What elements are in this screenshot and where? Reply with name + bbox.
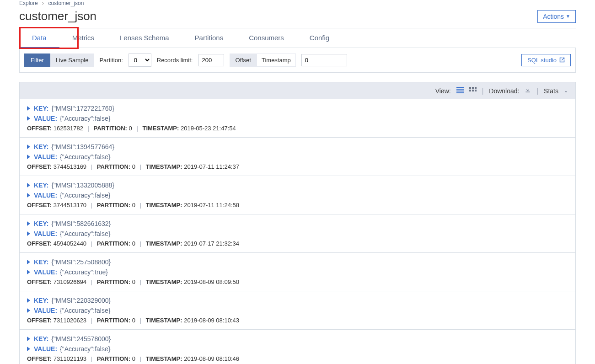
svg-rect-3 bbox=[456, 92, 464, 93]
value-label: VALUE: bbox=[34, 153, 57, 161]
toolbar: Filter Live Sample Partition: 0 Records … bbox=[19, 48, 576, 73]
value-value: {"Accuracy":false} bbox=[60, 345, 110, 353]
expand-icon[interactable] bbox=[27, 155, 30, 159]
stats-button[interactable]: Stats bbox=[544, 87, 558, 95]
tab-metrics[interactable]: Metrics bbox=[59, 28, 107, 48]
value-value: {"Accuracy":false} bbox=[60, 115, 110, 122]
value-label: VALUE: bbox=[34, 345, 57, 353]
key-value: {"MMSI":1727221760} bbox=[51, 105, 114, 112]
key-value: {"MMSI":1332005888} bbox=[51, 182, 114, 189]
expand-icon[interactable] bbox=[27, 337, 30, 341]
list-view-icon[interactable] bbox=[456, 87, 464, 95]
svg-rect-6 bbox=[475, 87, 477, 89]
svg-rect-2 bbox=[456, 91, 464, 91]
key-value: {"MMSI":582661632} bbox=[51, 220, 111, 227]
value-label: VALUE: bbox=[34, 230, 57, 237]
record-row: KEY: {"MMSI":1394577664} VALUE: {"Accura… bbox=[20, 137, 575, 176]
key-value: {"MMSI":257508800} bbox=[51, 258, 111, 266]
view-label: View: bbox=[435, 87, 451, 95]
key-label: KEY: bbox=[34, 258, 48, 266]
svg-rect-4 bbox=[469, 87, 471, 89]
expand-icon[interactable] bbox=[27, 116, 30, 121]
key-label: KEY: bbox=[34, 335, 48, 343]
expand-icon[interactable] bbox=[27, 183, 30, 187]
tab-data[interactable]: Data bbox=[19, 28, 59, 48]
expand-icon[interactable] bbox=[27, 221, 30, 226]
filter-button[interactable]: Filter bbox=[24, 54, 50, 67]
value-label: VALUE: bbox=[34, 192, 57, 199]
page-title: customer_json bbox=[19, 9, 96, 23]
value-value: {"Accuracy":false} bbox=[60, 153, 110, 161]
key-label: KEY: bbox=[34, 105, 48, 112]
value-label: VALUE: bbox=[34, 115, 57, 122]
record-meta: OFFSET: 3744513169 | PARTITION: 0 | TIME… bbox=[27, 163, 568, 170]
tab-consumers[interactable]: Consumers bbox=[236, 28, 297, 48]
expand-icon[interactable] bbox=[27, 145, 30, 149]
svg-rect-7 bbox=[469, 90, 471, 91]
value-value: {"Accuracy":false} bbox=[60, 307, 110, 314]
key-label: KEY: bbox=[34, 182, 48, 189]
key-value: {"MMSI":245578000} bbox=[51, 335, 111, 343]
record-meta: OFFSET: 4594052440 | PARTITION: 0 | TIME… bbox=[27, 240, 568, 247]
record-row: KEY: {"MMSI":245578000} VALUE: {"Accurac… bbox=[20, 329, 575, 364]
tabs: Data Metrics Lenses Schema Partitions Co… bbox=[19, 28, 576, 48]
data-panel: View: | Download: | Stats ⌄ KEY: {"MMSI"… bbox=[19, 82, 576, 364]
offset-button[interactable]: Offset bbox=[230, 54, 257, 67]
value-value: {"Accuracy":true} bbox=[60, 268, 108, 276]
record-meta: OFFSET: 3744513170 | PARTITION: 0 | TIME… bbox=[27, 202, 568, 209]
records-limit-label: Records limit: bbox=[157, 57, 193, 64]
sql-studio-button[interactable]: SQL studio bbox=[521, 54, 571, 66]
timestamp-input[interactable] bbox=[301, 54, 347, 66]
timestamp-button[interactable]: Timestamp bbox=[257, 54, 296, 67]
expand-icon[interactable] bbox=[27, 270, 30, 274]
record-meta: OFFSET: 162531782 | PARTITION: 0 | TIMES… bbox=[27, 125, 568, 132]
value-value: {"Accuracy":false} bbox=[60, 230, 110, 237]
partition-select[interactable]: 0 bbox=[129, 54, 151, 67]
key-label: KEY: bbox=[34, 297, 48, 304]
download-label: Download: bbox=[489, 87, 519, 95]
svg-rect-0 bbox=[456, 87, 464, 88]
grid-view-icon[interactable] bbox=[469, 87, 477, 95]
breadcrumb-current: customer_json bbox=[48, 0, 84, 6]
partition-label: Partition: bbox=[99, 57, 123, 64]
value-value: {"Accuracy":false} bbox=[60, 192, 110, 199]
value-label: VALUE: bbox=[34, 307, 57, 314]
tab-config[interactable]: Config bbox=[297, 28, 342, 48]
download-icon[interactable] bbox=[525, 87, 531, 95]
record-meta: OFFSET: 7310926694 | PARTITION: 0 | TIME… bbox=[27, 278, 568, 285]
tab-schema[interactable]: Lenses Schema bbox=[107, 28, 182, 48]
record-meta: OFFSET: 7311021193 | PARTITION: 0 | TIME… bbox=[27, 355, 568, 362]
breadcrumb-parent[interactable]: Explore bbox=[19, 0, 38, 6]
svg-rect-1 bbox=[456, 89, 464, 90]
svg-rect-5 bbox=[472, 87, 474, 89]
breadcrumb-separator: › bbox=[42, 0, 44, 6]
record-row: KEY: {"MMSI":1727221760} VALUE: {"Accura… bbox=[20, 99, 575, 137]
caret-down-icon: ▼ bbox=[566, 14, 570, 19]
records-limit-input[interactable] bbox=[198, 54, 224, 66]
live-sample-button[interactable]: Live Sample bbox=[50, 54, 94, 67]
key-label: KEY: bbox=[34, 220, 48, 227]
expand-icon[interactable] bbox=[27, 231, 30, 236]
key-label: KEY: bbox=[34, 143, 48, 150]
expand-icon[interactable] bbox=[27, 347, 30, 351]
actions-button[interactable]: Actions▼ bbox=[537, 10, 576, 23]
breadcrumb: Explore › customer_json bbox=[19, 0, 576, 6]
record-row: KEY: {"MMSI":1332005888} VALUE: {"Accura… bbox=[20, 176, 575, 214]
records-list: KEY: {"MMSI":1727221760} VALUE: {"Accura… bbox=[20, 99, 575, 364]
expand-icon[interactable] bbox=[27, 308, 30, 313]
panel-header: View: | Download: | Stats ⌄ bbox=[20, 82, 575, 99]
svg-rect-9 bbox=[475, 90, 477, 91]
value-label: VALUE: bbox=[34, 268, 57, 276]
record-row: KEY: {"MMSI":220329000} VALUE: {"Accurac… bbox=[20, 291, 575, 329]
chevron-down-icon[interactable]: ⌄ bbox=[564, 88, 568, 94]
expand-icon[interactable] bbox=[27, 106, 30, 111]
tab-partitions[interactable]: Partitions bbox=[182, 28, 236, 48]
expand-icon[interactable] bbox=[27, 298, 30, 303]
expand-icon[interactable] bbox=[27, 193, 30, 198]
record-row: KEY: {"MMSI":257508800} VALUE: {"Accurac… bbox=[20, 252, 575, 291]
record-meta: OFFSET: 7311020623 | PARTITION: 0 | TIME… bbox=[27, 317, 568, 324]
expand-icon[interactable] bbox=[27, 260, 30, 264]
svg-rect-8 bbox=[472, 90, 474, 91]
record-row: KEY: {"MMSI":582661632} VALUE: {"Accurac… bbox=[20, 214, 575, 252]
key-value: {"MMSI":1394577664} bbox=[51, 143, 114, 150]
